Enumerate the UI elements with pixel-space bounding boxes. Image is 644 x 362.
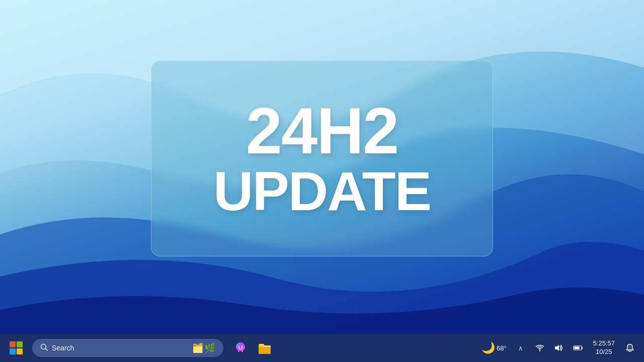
taskbar: Search 🗂️ 🌿 <box>0 334 644 362</box>
update-label-text: UPDATE <box>213 163 431 219</box>
show-hidden-icons-button[interactable]: ∧ <box>513 340 529 356</box>
volume-button[interactable] <box>551 340 567 356</box>
taskbar-app-file-explorer[interactable] <box>254 337 276 359</box>
search-leaf-icon: 🌿 <box>204 342 215 353</box>
wifi-button[interactable] <box>532 340 548 356</box>
desktop: 24H2 UPDATE Search 🗂️ <box>0 0 644 362</box>
svg-point-3 <box>238 346 240 348</box>
weather-temperature: 68° <box>497 344 507 352</box>
clock-time: 5:25:57 <box>593 339 615 348</box>
clock-date: 10/25 <box>596 348 612 356</box>
svg-rect-7 <box>259 347 271 348</box>
notification-center-button[interactable] <box>622 340 638 356</box>
system-tray: 🌙 68° ∧ <box>478 337 638 358</box>
logo-green-quad <box>17 341 23 347</box>
taskbar-pinned-apps <box>229 337 476 359</box>
file-explorer-icon <box>258 341 272 355</box>
weather-widget[interactable]: 🌙 68° <box>478 339 510 356</box>
svg-rect-11 <box>582 347 583 349</box>
copilot-icon <box>233 341 248 355</box>
svg-marker-8 <box>555 345 559 351</box>
svg-rect-10 <box>574 347 579 349</box>
logo-blue-quad <box>10 348 16 354</box>
search-widgets-icon: 🗂️ <box>192 342 203 353</box>
logo-red-quad <box>10 341 16 347</box>
windows-logo-icon <box>10 341 23 354</box>
clock-display[interactable]: 5:25:57 10/25 <box>589 337 619 358</box>
svg-rect-6 <box>259 347 271 354</box>
search-icon <box>40 343 48 352</box>
logo-yellow-quad <box>17 348 23 354</box>
taskbar-app-copilot[interactable] <box>229 337 252 359</box>
battery-button[interactable] <box>570 340 586 356</box>
taskbar-search-bar[interactable]: Search 🗂️ 🌿 <box>32 339 223 357</box>
search-label: Search <box>52 344 74 352</box>
chevron-icon: ∧ <box>518 344 523 352</box>
update-version-text: 24H2 <box>246 98 398 163</box>
weather-icon: 🌙 <box>481 341 495 354</box>
search-decorative-icons: 🗂️ 🌿 <box>192 342 215 353</box>
svg-point-4 <box>242 346 243 348</box>
svg-line-2 <box>46 349 48 351</box>
update-card: 24H2 UPDATE <box>151 60 493 256</box>
start-button[interactable] <box>6 338 26 358</box>
